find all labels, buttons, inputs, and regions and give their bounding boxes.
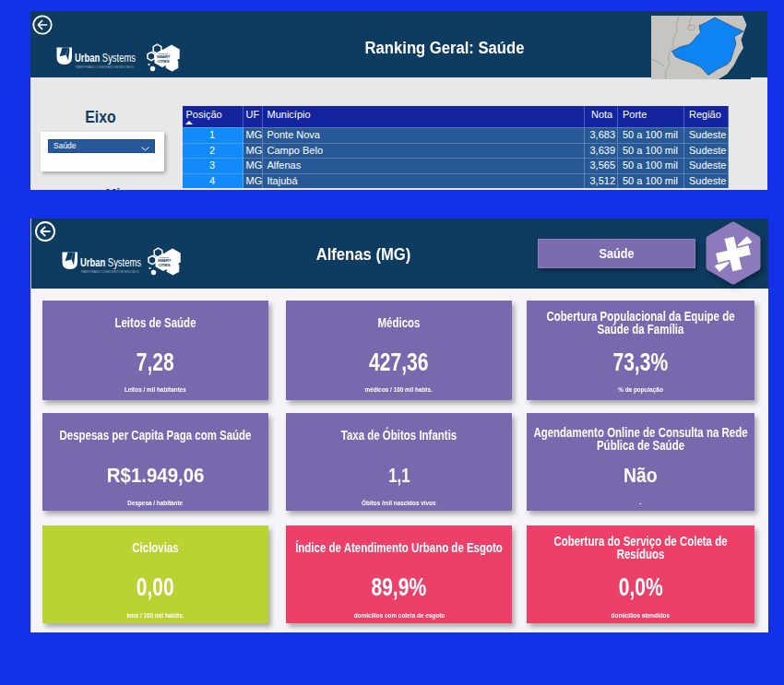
svg-text:CITIES: CITIES <box>159 263 171 267</box>
svg-text:Urban Systems: Urban Systems <box>75 51 136 64</box>
svg-text:TRANSFORMANDO CONHECIMENTO EM: TRANSFORMANDO CONHECIMENTO EM RESULTADOS <box>76 65 134 68</box>
svg-text:Urban Systems: Urban Systems <box>80 255 141 268</box>
svg-text:CITIES: CITIES <box>158 59 170 64</box>
svg-text:TRANSFORMANDO CONHECIMENTO EM: TRANSFORMANDO CONHECIMENTO EM RESULTADOS <box>81 269 139 273</box>
